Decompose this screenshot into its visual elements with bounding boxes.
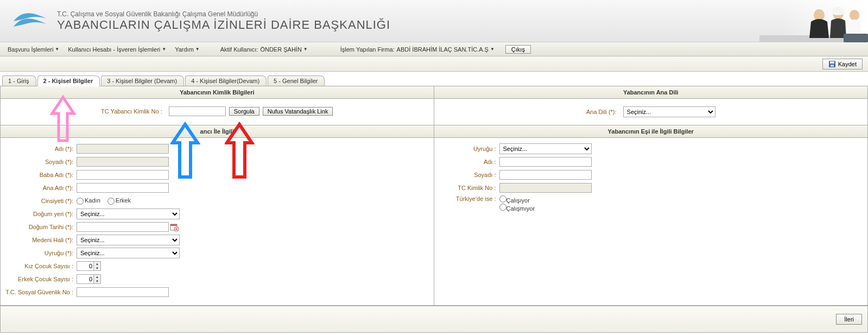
daughter-count-spinner[interactable]: ▲▼ — [77, 261, 101, 271]
tc-foreign-id-input[interactable] — [169, 106, 226, 116]
caret-down-icon: ▼ — [303, 47, 308, 52]
birthplace-label: Doğum yeri (*): — [1, 211, 77, 217]
tab-kisisel-bilgiler[interactable]: 2 - Kişisel Bilgiler — [37, 75, 100, 86]
native-lang-label: Ana Dili (*): — [586, 109, 620, 115]
spinner-up-icon[interactable]: ▲ — [94, 262, 100, 266]
tab-kisisel-bilgiler-devam-2[interactable]: 4 - Kişisel Bilgiler(Devam) — [185, 75, 267, 86]
tc-foreign-id-label: TC Yabancı Kimlik No : — [101, 108, 166, 115]
spouse-nationality-label: Uyruğu : — [434, 146, 499, 152]
svg-rect-4 — [844, 34, 868, 42]
marital-status-label: Medeni Hali (*): — [1, 237, 77, 243]
calendar-icon[interactable] — [170, 223, 179, 231]
section-title-spouse: Yabancının Eşi ile İlgili Bilgiler — [434, 125, 868, 138]
mother-name-input[interactable] — [77, 183, 169, 193]
menu-bar: Başvuru İşlemleri▼ Kullanıcı Hesabı - İş… — [0, 42, 868, 56]
nationality-label: Uyruğu (*): — [1, 250, 77, 256]
sgk-no-label: T.C. Sosyal Güvenlik No : — [1, 289, 77, 295]
spouse-tc-input[interactable] — [499, 183, 592, 193]
app-header: T.C. Çalışma ve Sosyal Güvenlik Bakanlığ… — [0, 0, 868, 42]
active-user-label: Aktif Kullanıcı: — [220, 46, 258, 53]
name-input[interactable] — [77, 144, 169, 154]
toolbar: Kaydet — [0, 56, 868, 72]
spouse-working-option[interactable]: Çalışıyor — [499, 197, 530, 204]
marital-status-select[interactable]: Seçiniz... — [77, 235, 180, 245]
birthdate-input[interactable] — [77, 222, 169, 232]
spouse-tc-label: TC Kimlik No : — [434, 185, 499, 191]
svg-rect-7 — [831, 65, 834, 67]
spinner-down-icon[interactable]: ▼ — [94, 266, 100, 270]
caret-down-icon: ▼ — [162, 47, 166, 52]
tab-strip: 1 - Giriş 2 - Kişisel Bilgiler 3 - Kişis… — [0, 75, 868, 86]
son-count-label: Erkek Çocuk Sayısı : — [1, 276, 77, 282]
caret-down-icon: ▼ — [490, 47, 495, 52]
father-name-label: Baba Adı (*): — [1, 172, 77, 178]
header-title: YABANCILARIN ÇALIŞMA İZİNLERİ DAİRE BAŞK… — [57, 18, 868, 32]
birthdate-label: Doğum Tarihi (*): — [1, 224, 77, 230]
svg-rect-6 — [830, 61, 834, 64]
father-name-input[interactable] — [77, 170, 169, 180]
gender-label: Cinsiyeti (*): — [1, 198, 77, 204]
caret-down-icon: ▼ — [55, 47, 59, 52]
mother-name-label: Ana Adı (*): — [1, 185, 77, 191]
gender-female-option[interactable]: Kadın — [77, 197, 100, 204]
tab-giris[interactable]: 1 - Giriş — [2, 75, 36, 86]
section-title-foreigner: ancı İle İlgili — [1, 125, 434, 138]
svg-point-3 — [850, 10, 859, 21]
section-title-identity: Yabancının Kimlik Bilgileri — [1, 86, 434, 99]
surname-input[interactable] — [77, 157, 169, 167]
save-button[interactable]: Kaydet — [822, 59, 863, 69]
company-label: İşlem Yapılan Firma: — [340, 46, 395, 53]
query-button[interactable]: Sorgula — [229, 107, 259, 116]
company-value[interactable]: ABDİ İBRAHİM İLAÇ SAN.TİC.A.Ş — [397, 46, 489, 53]
daughter-count-label: Kız Çocuk Sayısı : — [1, 263, 77, 269]
spouse-name-input[interactable] — [499, 157, 592, 167]
spinner-up-icon[interactable]: ▲ — [94, 275, 100, 279]
svg-rect-9 — [170, 224, 177, 226]
logo-icon — [11, 8, 49, 35]
tab-content: Yabancının Kimlik Bilgileri TC Yabancı K… — [0, 86, 868, 306]
menu-kullanici[interactable]: Kullanıcı Hesabı - İşveren İşlemleri▼ — [64, 46, 170, 53]
gender-male-option[interactable]: Erkek — [107, 197, 131, 204]
son-count-spinner[interactable]: ▲▼ — [77, 274, 101, 284]
native-lang-select[interactable]: Seçiniz... — [623, 106, 715, 117]
menu-yardim[interactable]: Yardım▼ — [170, 46, 204, 53]
next-button[interactable]: İleri — [836, 314, 862, 325]
sgk-no-input[interactable] — [77, 287, 169, 297]
header-subtitle: T.C. Çalışma ve Sosyal Güvenlik Bakanlığ… — [57, 10, 868, 18]
birthplace-select[interactable]: Seçiniz... — [77, 208, 180, 219]
spouse-not-working-option[interactable]: Çalışmıyor — [499, 205, 535, 212]
nationality-select[interactable]: Seçiniz... — [77, 248, 180, 258]
spinner-down-icon[interactable]: ▼ — [94, 279, 100, 283]
menu-basvuru[interactable]: Başvuru İşlemleri▼ — [3, 46, 64, 53]
nufus-link-button[interactable]: Nufus Vatandaşlık Link — [263, 107, 333, 116]
active-user-value[interactable]: ÖNDER ŞAHİN — [260, 46, 301, 53]
surname-label: Soyadı (*): — [1, 159, 77, 165]
spouse-surname-input[interactable] — [499, 170, 592, 180]
tab-genel-bilgiler[interactable]: 5 - Genel Bilgiler — [268, 75, 325, 86]
spouse-nationality-select[interactable]: Seçiniz... — [499, 143, 592, 154]
spouse-surname-label: Soyadı : — [434, 172, 499, 178]
section-title-language: Yabancının Ana Dili — [434, 86, 868, 99]
header-illustration — [759, 0, 868, 42]
name-label: Adı (*): — [1, 146, 77, 152]
footer-bar: İleri — [0, 306, 868, 333]
logout-button[interactable]: Çıkış — [505, 45, 531, 54]
spouse-in-turkey-label: Türkiye'de ise : — [434, 195, 499, 202]
save-icon — [828, 60, 836, 68]
tab-kisisel-bilgiler-devam-1[interactable]: 3 - Kişisel Bilgiler (Devam) — [101, 75, 184, 86]
caret-down-icon: ▼ — [195, 47, 200, 52]
spouse-name-label: Adı : — [434, 159, 499, 165]
